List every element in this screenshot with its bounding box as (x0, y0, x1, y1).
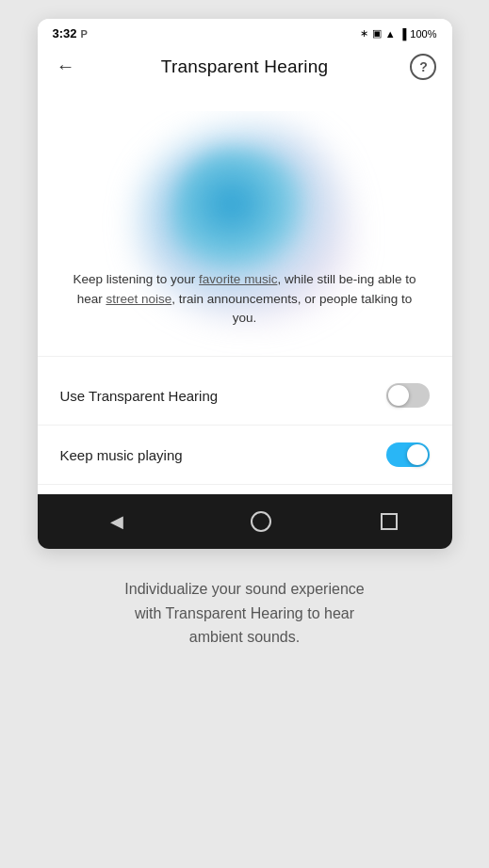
status-bar: 3:32 P ∗ ▣ ▲ ▐ 100% (38, 19, 452, 44)
back-button[interactable]: ← (53, 52, 79, 81)
settings-row-transparent: Use Transparent Hearing (38, 366, 452, 426)
keep-music-toggle[interactable] (386, 442, 430, 467)
top-bar: ← Transparent Hearing ? (38, 44, 452, 92)
nav-bar: ◀ (38, 494, 452, 549)
back-nav-button[interactable]: ◀ (91, 507, 142, 536)
phone-frame: 3:32 P ∗ ▣ ▲ ▐ 100% ← Transparent Hearin… (38, 19, 452, 549)
blob-container: Keep listening to your favorite music, w… (38, 111, 452, 356)
transparent-hearing-toggle[interactable] (386, 383, 430, 408)
bottom-description: Individualize your sound experiencewith … (96, 549, 392, 668)
main-content: Keep listening to your favorite music, w… (38, 92, 452, 494)
help-button[interactable]: ? (410, 54, 436, 80)
recents-nav-button[interactable] (381, 513, 398, 530)
settings-row-music: Keep music playing (38, 426, 452, 485)
underline-noise: street noise (106, 292, 171, 306)
wifi-icon: ▲ (385, 28, 396, 40)
battery-level: ▐ (399, 28, 407, 40)
blob-inner (172, 149, 304, 271)
signal-icon: ▣ (372, 27, 382, 40)
transparent-hearing-label: Use Transparent Hearing (60, 388, 219, 404)
status-time: 3:32 (53, 26, 77, 40)
description-text: Keep listening to your favorite music, w… (38, 270, 452, 328)
keep-music-label: Keep music playing (60, 447, 183, 463)
status-left: 3:32 P (53, 26, 88, 40)
battery-text: 100% (410, 28, 436, 40)
toggle-thumb-1 (388, 385, 409, 406)
outer-container: 3:32 P ∗ ▣ ▲ ▐ 100% ← Transparent Hearin… (0, 19, 489, 668)
status-p-icon: P (81, 28, 88, 40)
settings-area: Use Transparent Hearing Keep music playi… (38, 356, 452, 494)
toggle-thumb-2 (407, 444, 428, 465)
bluetooth-icon: ∗ (360, 27, 368, 40)
page-title: Transparent Hearing (161, 56, 328, 77)
status-right: ∗ ▣ ▲ ▐ 100% (360, 27, 437, 40)
home-nav-button[interactable] (251, 511, 271, 532)
underline-music: favorite music (199, 272, 277, 286)
